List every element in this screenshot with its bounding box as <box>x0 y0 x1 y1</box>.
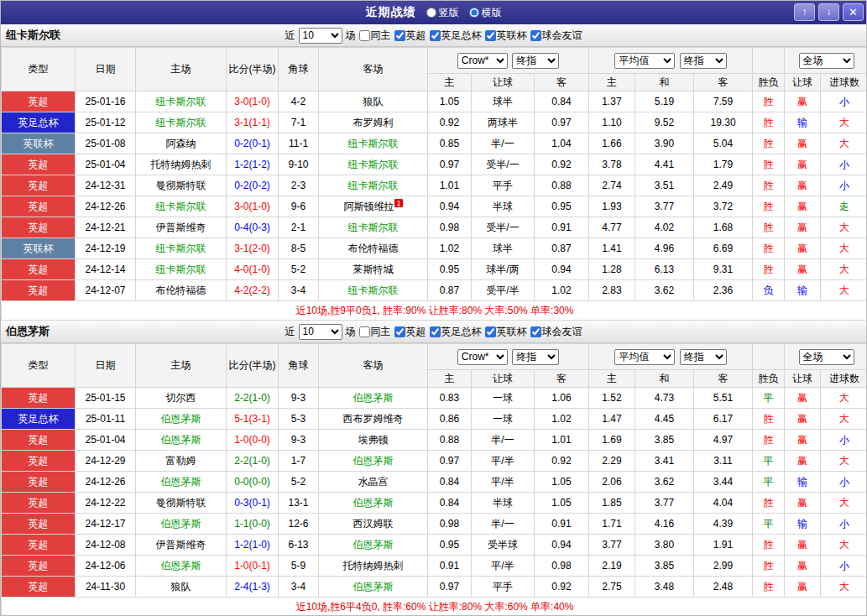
corner-count: 9-6 <box>279 196 319 217</box>
efl-cup-checkbox[interactable] <box>485 30 496 41</box>
match-score: 4-2(2-2) <box>227 280 279 301</box>
filter-bar: 近 10 场 同主 英超 英足总杯 英联杯 球会友谊 <box>285 28 582 44</box>
league-badge: 英超 <box>2 196 76 217</box>
crown-home-odds: 0.92 <box>428 112 472 133</box>
same-home-checkbox[interactable] <box>359 30 370 41</box>
col-handicap-result: 让球 <box>785 370 821 388</box>
match-rows: 英超25-01-16纽卡斯尔联3-0(1-0)4-2狼队1.05球半0.841.… <box>2 91 867 301</box>
col-crown-away: 客 <box>535 74 589 91</box>
home-team: 纽卡斯尔联 <box>136 91 227 112</box>
goals-result-cell: 大 <box>821 259 867 280</box>
avg-stage-select[interactable]: 终指 <box>680 349 727 365</box>
avg-source-select[interactable]: 平均值 <box>614 349 675 365</box>
filter-near-label: 近 <box>285 325 295 339</box>
match-count-select[interactable]: 10 <box>299 28 342 44</box>
same-home-filter[interactable]: 同主 <box>359 325 391 339</box>
handicap-result-cell: 赢 <box>785 556 821 577</box>
fa-cup-checkbox[interactable] <box>430 30 441 41</box>
match-date: 25-01-08 <box>76 133 136 154</box>
match-date: 24-12-22 <box>76 493 136 514</box>
crown-handicap: 两球半 <box>472 112 535 133</box>
crown-home-odds: 0.98 <box>428 217 472 238</box>
avg-source-select[interactable]: 平均值 <box>614 53 675 69</box>
league-filter-friendly[interactable]: 球会友谊 <box>530 325 582 339</box>
away-team: 纽卡斯尔联 <box>319 154 428 175</box>
match-score: 0-2(0-1) <box>227 133 279 154</box>
same-home-checkbox[interactable] <box>359 326 370 337</box>
league-badge: 英超 <box>2 535 76 556</box>
match-score: 0-0(0-0) <box>227 472 279 493</box>
match-row: 英超24-12-06伯恩茅斯1-0(0-1)5-9托特纳姆热刺0.91平/半0.… <box>2 556 867 577</box>
match-row: 英超25-01-04托特纳姆热刺1-2(1-2)9-10纽卡斯尔联0.97受半/… <box>2 154 867 175</box>
mode-vertical[interactable]: 竖版 <box>426 6 459 20</box>
match-score: 1-1(0-0) <box>227 514 279 535</box>
premier-checkbox[interactable] <box>394 326 405 337</box>
league-filter-friendly[interactable]: 球会友谊 <box>530 29 582 43</box>
friendly-checkbox[interactable] <box>530 326 541 337</box>
odds-stage-select[interactable]: 终指 <box>512 349 559 365</box>
match-count-select[interactable]: 10 <box>299 324 342 340</box>
friendly-label: 球会友谊 <box>542 29 582 43</box>
corner-count: 13-1 <box>279 493 319 514</box>
friendly-checkbox[interactable] <box>530 30 541 41</box>
match-date: 24-12-14 <box>76 259 136 280</box>
league-filter-efl-cup[interactable]: 英联杯 <box>485 325 527 339</box>
scope-select[interactable]: 全场 <box>799 53 854 69</box>
league-filter-efl-cup[interactable]: 英联杯 <box>485 29 527 43</box>
goals-result-cell: 走 <box>821 196 867 217</box>
outcome-cell: 胜 <box>753 154 785 175</box>
col-goals-result: 进球数 <box>821 74 867 91</box>
match-score: 1-0(0-1) <box>227 556 279 577</box>
mode-vertical-radio[interactable] <box>426 8 436 18</box>
close-button[interactable]: ✕ <box>843 3 864 21</box>
match-row: 英足总杯25-01-12纽卡斯尔联3-1(1-1)7-1布罗姆利0.92两球半0… <box>2 112 867 133</box>
outcome-cell: 平 <box>753 472 785 493</box>
handicap-result-cell: 赢 <box>785 217 821 238</box>
crown-handicap: 平手 <box>472 577 535 598</box>
league-filter-premier[interactable]: 英超 <box>394 325 426 339</box>
corner-count: 2-1 <box>279 217 319 238</box>
avg-home-odds: 3.78 <box>589 154 635 175</box>
scroll-down-button[interactable]: ↓ <box>818 3 839 21</box>
avg-away-odds: 4.39 <box>694 514 753 535</box>
away-team: 布罗姆利 <box>319 112 428 133</box>
same-home-filter[interactable]: 同主 <box>359 29 391 43</box>
outcome-cell: 胜 <box>753 196 785 217</box>
efl-cup-checkbox[interactable] <box>485 326 496 337</box>
team-section-bar: 纽卡斯尔联 近 10 场 同主 英超 英足总杯 英联杯 球会友谊 <box>1 24 866 47</box>
match-score: 2-2(1-0) <box>227 451 279 472</box>
crown-away-odds: 1.04 <box>535 133 589 154</box>
col-score: 比分(半场) <box>227 48 279 91</box>
scope-select[interactable]: 全场 <box>799 349 854 365</box>
odds-source-select[interactable]: Crow* <box>457 349 508 365</box>
handicap-result-cell: 输 <box>785 112 821 133</box>
avg-stage-select[interactable]: 终指 <box>680 53 727 69</box>
odds-stage-select[interactable]: 终指 <box>512 53 559 69</box>
league-filter-fa-cup[interactable]: 英足总杯 <box>430 325 482 339</box>
handicap-result-cell: 赢 <box>785 451 821 472</box>
efl-cup-label: 英联杯 <box>497 29 527 43</box>
scroll-up-button[interactable]: ↑ <box>794 3 815 21</box>
match-row: 英超24-12-22曼彻斯特联0-3(0-1)13-1伯恩茅斯0.84半球1.0… <box>2 493 867 514</box>
home-team: 阿森纳 <box>136 133 227 154</box>
avg-draw-odds: 3.77 <box>635 196 694 217</box>
mode-horizontal[interactable]: 横版 <box>469 6 502 20</box>
match-score: 3-0(1-0) <box>227 196 279 217</box>
league-filter-fa-cup[interactable]: 英足总杯 <box>430 29 482 43</box>
fa-cup-checkbox[interactable] <box>430 326 441 337</box>
premier-checkbox[interactable] <box>394 30 405 41</box>
mode-horizontal-radio[interactable] <box>469 8 479 18</box>
league-filter-premier[interactable]: 英超 <box>394 29 426 43</box>
avg-home-odds: 3.77 <box>589 535 635 556</box>
avg-away-odds: 6.17 <box>694 409 753 430</box>
match-row: 英超24-12-08伊普斯维奇1-2(1-0)6-13伯恩茅斯0.95受半球0.… <box>2 535 867 556</box>
avg-draw-odds: 3.80 <box>635 535 694 556</box>
corner-count: 5-2 <box>279 259 319 280</box>
col-avg-away: 客 <box>694 370 753 388</box>
odds-source-select[interactable]: Crow* <box>457 53 508 69</box>
match-score: 0-4(0-3) <box>227 217 279 238</box>
home-team: 布伦特福德 <box>136 280 227 301</box>
avg-away-odds: 2.36 <box>694 280 753 301</box>
match-row: 英超25-01-16纽卡斯尔联3-0(1-0)4-2狼队1.05球半0.841.… <box>2 91 867 112</box>
col-corner: 角球 <box>279 344 319 388</box>
